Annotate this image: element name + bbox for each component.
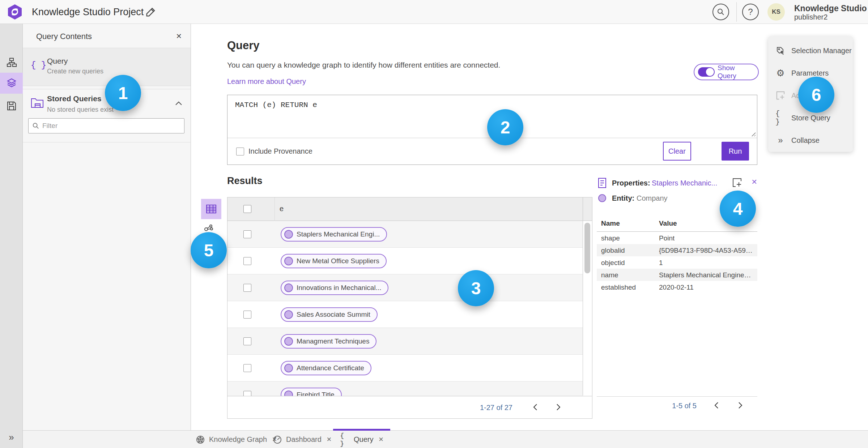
entity-label: Attendance Certificate [297,364,364,372]
callout-badge-6: 6 [798,77,834,113]
entity-pill[interactable]: Sales Associate Summit [281,307,378,322]
results-table: e Staplers Mechanical Engi... New Metal … [227,197,592,419]
entity-pill[interactable]: New Metal Office Suppliers [281,254,387,268]
callout-badge-5: 5 [191,232,227,268]
row-checkbox[interactable] [243,230,251,238]
layers-icon [6,78,17,89]
table-row[interactable]: New Metal Office Suppliers [227,248,583,274]
entity-pill[interactable]: Attendance Certificate [281,361,371,375]
expand-rail-button[interactable]: » [0,432,23,443]
row-checkbox[interactable] [243,391,251,396]
pagination-prev-button[interactable] [710,400,723,412]
table-row[interactable]: Firebird Title [227,381,583,396]
column-value: Value [659,219,677,227]
table-row[interactable]: Innovations in Mechanical... [227,274,583,301]
chevron-left-icon [532,403,539,411]
scrollbar-header-corner [583,197,592,221]
resize-handle[interactable] [750,131,756,136]
add-to-new-icon[interactable] [732,178,742,188]
menu-item-collapse[interactable]: » Collapse [768,133,853,148]
select-all-checkbox[interactable] [243,205,251,213]
run-button[interactable]: Run [722,142,749,161]
row-checkbox[interactable] [243,311,251,319]
pagination-prev-button[interactable] [529,401,541,414]
item-subtitle: Create new queries [47,68,103,75]
menu-item-store-query[interactable]: { } Store Query [768,111,853,125]
entity-label: Sales Associate Summit [297,311,370,319]
entity-pill[interactable]: Innovations in Mechanical... [281,281,388,295]
entity-dot-icon [284,391,293,396]
item-title: Query [47,57,68,65]
include-provenance-checkbox[interactable] [236,148,244,155]
tab-knowledge-graph[interactable]: Knowledge Graph ✕ [195,431,277,448]
pagination-next-button[interactable] [552,401,565,414]
row-checkbox[interactable] [243,284,251,292]
entity-pill[interactable]: Managment Techniques [281,334,376,349]
property-row: objectid 1 [597,256,757,269]
close-panel-button[interactable]: ✕ [176,32,182,40]
entity-label: Entity: [612,194,634,202]
scrollbar-thumb[interactable] [584,223,590,273]
callout-badge-2: 2 [487,109,523,145]
properties-header: Properties: Staplers Mechanic... ✕ [597,176,757,192]
property-row: established 2020-02-11 [597,281,757,293]
table-row[interactable]: Attendance Certificate [227,355,583,381]
rail-item-save[interactable] [0,95,23,116]
entity-dot-icon [284,337,293,346]
pagination-next-button[interactable] [734,400,746,412]
search-button[interactable] [712,4,729,20]
row-checkbox[interactable] [243,337,251,345]
results-scrollbar [583,197,592,396]
close-properties-button[interactable]: ✕ [751,178,757,186]
chevron-up-icon[interactable] [175,101,183,106]
avatar[interactable]: KS [767,3,785,21]
search-icon [717,8,725,16]
toggle-switch-on[interactable] [698,67,715,77]
entity-pill[interactable]: Firebird Title [281,388,342,396]
table-row[interactable]: Managment Techniques [227,328,583,355]
property-row: shape Point [597,232,757,244]
gear-icon: ⚙ [775,68,786,78]
close-icon: ✕ [378,436,383,443]
selection-manager-icon [775,46,786,56]
tab-label: Knowledge Graph [209,435,267,444]
rail-item-layers[interactable] [0,73,23,94]
header-divider [736,2,737,22]
row-checkbox[interactable] [243,257,251,265]
query-contents-header: Query Contents ✕ [23,24,191,48]
entity-label: New Metal Office Suppliers [297,257,379,265]
table-row[interactable]: Staplers Mechanical Engi... [227,221,583,248]
table-row[interactable]: Sales Associate Summit [227,301,583,328]
property-value: Point [659,234,675,242]
callout-badge-3: 3 [458,270,494,306]
close-tab-button[interactable]: ✕ [325,436,332,443]
property-name: established [601,283,636,291]
close-tab-button[interactable]: ✕ [377,436,383,443]
property-row: globalid {5D9B4713-F98D-4A53-A59F-C11... [597,244,757,256]
tab-query[interactable]: { } Query ✕ [340,431,384,448]
contents-item-query[interactable]: { } Query Create new queries [23,48,191,86]
entity-dot-icon [284,310,293,319]
tab-label: Dashboard [286,435,322,444]
menu-item-label: Parameters [791,69,829,77]
results-rows: Staplers Mechanical Engi... New Metal Of… [227,221,583,396]
callout-number: 6 [812,85,821,105]
braces-icon: { } [775,113,786,123]
tab-dashboard[interactable]: Dashboard ✕ [272,431,332,448]
help-button[interactable]: ? [742,4,759,20]
top-header: Knowledge Studio Project ? KS Knowledge … [0,0,868,24]
show-query-toggle[interactable]: Show Query [694,64,759,80]
rail-item-project[interactable] [0,52,23,73]
section-divider [23,142,191,142]
edit-title-pencil-icon[interactable] [145,7,156,17]
row-checkbox[interactable] [243,364,251,372]
clear-button[interactable]: Clear [663,142,691,161]
toggle-knob [706,68,714,76]
learn-more-link[interactable]: Learn more about Query [227,77,306,86]
filter-input[interactable] [42,122,180,130]
property-row: name Staplers Mechanical Engineering [597,269,757,281]
table-view-button[interactable] [201,199,221,219]
entity-pill[interactable]: Staplers Mechanical Engi... [281,227,387,242]
menu-item-selection-manager[interactable]: Selection Manager [768,43,853,58]
properties-entity-link[interactable]: Staplers Mechanic... [652,179,717,187]
